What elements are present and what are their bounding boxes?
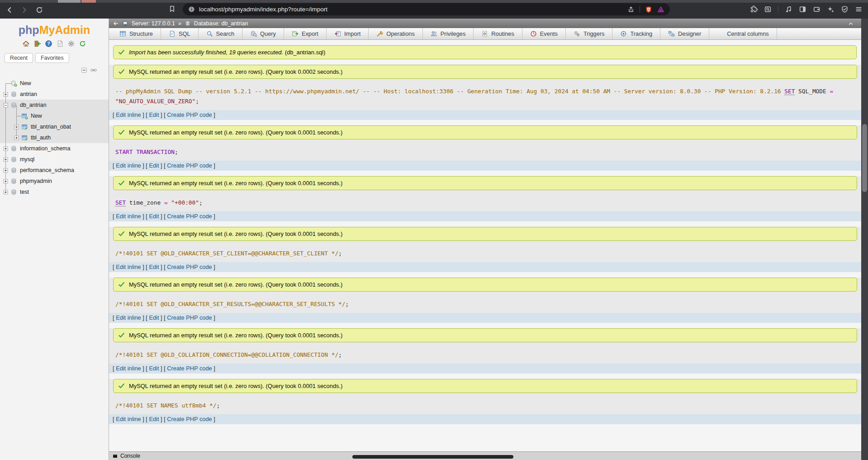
tab-operations[interactable]: Operations <box>369 28 423 39</box>
tab-label: SQL <box>179 30 190 37</box>
expand-icon[interactable] <box>3 157 8 162</box>
help-icon[interactable]: ? <box>45 40 52 48</box>
edit-link-create-php-code[interactable]: Create PHP code <box>167 264 212 270</box>
sql-code-line: SET time_zone = "+00:00"; <box>115 198 857 208</box>
wallet-icon[interactable] <box>813 5 821 13</box>
edit-link-edit[interactable]: Edit <box>149 365 159 372</box>
window-top-edge <box>0 0 868 3</box>
tab-triggers[interactable]: Triggers <box>566 28 612 39</box>
edit-link-create-php-code[interactable]: Create PHP code <box>167 314 212 321</box>
phpmyadmin-logo[interactable]: phpMyAdmin <box>0 24 109 36</box>
tab-structure[interactable]: Structure <box>112 28 161 39</box>
edit-link-create-php-code[interactable]: Create PHP code <box>167 416 212 422</box>
expand-icon[interactable] <box>3 146 8 151</box>
edit-link-edit-inline[interactable]: Edit inline <box>116 213 141 220</box>
edit-link-edit-inline[interactable]: Edit inline <box>116 365 141 372</box>
edit-link-edit[interactable]: Edit <box>149 314 159 321</box>
breadcrumb-database-link[interactable]: Database: db_antrian <box>194 20 248 27</box>
tab-import[interactable]: Import <box>327 28 369 39</box>
menu-icon[interactable] <box>855 5 863 13</box>
chevron-up-icon[interactable] <box>848 20 854 27</box>
tab-designer[interactable]: Designer <box>660 28 709 39</box>
refresh-icon[interactable] <box>79 40 86 48</box>
breadcrumb-separator: » <box>178 20 181 27</box>
bracket: ] [ <box>161 416 167 422</box>
edit-link-edit[interactable]: Edit <box>149 213 159 220</box>
check-icon <box>118 383 125 389</box>
reload-icon[interactable] <box>35 6 43 14</box>
edit-link-edit-inline[interactable]: Edit inline <box>116 314 141 321</box>
tab-central_columns[interactable]: Central columns <box>709 28 777 39</box>
tab-search-icon[interactable] <box>764 5 772 13</box>
database-icon <box>10 102 17 109</box>
brave-shield-icon[interactable] <box>645 6 652 13</box>
tree-item-phpmyadmin[interactable]: phpmyadmin <box>0 176 109 187</box>
tab-privileges[interactable]: Privileges <box>423 28 474 39</box>
brave-rewards-icon[interactable] <box>657 6 664 13</box>
expand-icon[interactable] <box>3 168 8 173</box>
tree-item-information_schema[interactable]: information_schema <box>0 143 109 154</box>
tab-events[interactable]: Events <box>522 28 566 39</box>
tree-item-new[interactable]: New <box>0 78 109 89</box>
tab-routines[interactable]: Routines <box>474 28 522 39</box>
expand-icon[interactable] <box>3 92 8 97</box>
music-icon[interactable] <box>785 5 792 13</box>
tree-item-performance_schema[interactable]: performance_schema <box>0 165 109 176</box>
favorites-tab[interactable]: Favorites <box>35 53 69 63</box>
edit-link-create-php-code[interactable]: Create PHP code <box>167 365 212 372</box>
sql-code-line: "NO_AUTO_VALUE_ON_ZERO"; <box>115 96 857 106</box>
side-panel-icon[interactable] <box>799 5 806 13</box>
tab-query[interactable]: Query <box>242 28 284 39</box>
tab-search[interactable]: Search <box>199 28 243 39</box>
edit-link-edit[interactable]: Edit <box>149 111 159 118</box>
address-bar[interactable]: localhost/phpmyadmin/index.php?route=/im… <box>183 3 670 15</box>
home-icon[interactable] <box>22 40 30 48</box>
events-icon <box>530 30 537 37</box>
tab-sql[interactable]: SQL <box>161 28 199 39</box>
edit-links-bar: [ Edit inline ] [ Edit ] [ Create PHP co… <box>109 364 861 374</box>
tab-tracking[interactable]: Tracking <box>612 28 660 39</box>
edit-link-edit-inline[interactable]: Edit inline <box>116 111 141 118</box>
forward-icon[interactable] <box>20 6 28 14</box>
url-text[interactable]: localhost/phpmyadmin/index.php?route=/im… <box>199 6 627 13</box>
expand-icon[interactable] <box>3 179 8 184</box>
edit-link-create-php-code[interactable]: Create PHP code <box>167 111 212 118</box>
collapse-icon[interactable] <box>3 103 8 108</box>
edit-link-edit-inline[interactable]: Edit inline <box>116 162 141 169</box>
horizontal-scrollbar-thumb[interactable] <box>352 455 513 459</box>
share-icon[interactable] <box>627 6 635 13</box>
edit-link-create-php-code[interactable]: Create PHP code <box>167 213 212 220</box>
edit-links-bar: [ Edit inline ] [ Edit ] [ Create PHP co… <box>109 313 861 323</box>
edit-link-edit[interactable]: Edit <box>149 416 159 422</box>
edit-link-edit[interactable]: Edit <box>149 264 159 270</box>
collapse-all-icon[interactable] <box>81 67 87 73</box>
back-icon[interactable] <box>5 6 14 14</box>
expand-icon[interactable] <box>14 125 19 129</box>
vertical-scrollbar[interactable] <box>861 19 868 460</box>
leo-ai-icon[interactable] <box>827 5 835 13</box>
docs-icon[interactable] <box>56 40 64 48</box>
tree-item-antrian[interactable]: antrian <box>0 89 109 100</box>
edit-link-edit-inline[interactable]: Edit inline <box>116 416 141 422</box>
link-with-main-icon[interactable] <box>90 67 97 73</box>
recent-tab[interactable]: Recent <box>5 53 33 63</box>
menu-back-icon[interactable] <box>113 20 119 27</box>
site-info-icon[interactable] <box>188 6 195 13</box>
tree-item-test[interactable]: test <box>0 187 109 197</box>
edit-link-edit-inline[interactable]: Edit inline <box>116 264 141 270</box>
settings-icon[interactable] <box>67 40 75 48</box>
bookmark-icon[interactable] <box>168 5 176 13</box>
vpn-icon[interactable] <box>841 5 849 13</box>
tab-export[interactable]: Export <box>284 28 327 39</box>
vertical-scrollbar-thumb[interactable] <box>862 124 867 192</box>
expand-icon[interactable] <box>14 135 19 140</box>
edit-link-create-php-code[interactable]: Create PHP code <box>167 162 212 169</box>
tree-item-mysql[interactable]: mysql <box>0 154 109 165</box>
exit-icon[interactable] <box>33 40 41 48</box>
expand-icon[interactable] <box>3 190 8 195</box>
edit-link-edit[interactable]: Edit <box>149 162 159 169</box>
tab-label: Central columns <box>727 30 768 37</box>
breadcrumb-server-link[interactable]: Server: 127.0.0.1 <box>132 20 175 27</box>
extensions-icon[interactable] <box>750 5 758 13</box>
sql-code-line: /*!40101 SET @OLD_COLLATION_CONNECTION=@… <box>115 350 857 360</box>
